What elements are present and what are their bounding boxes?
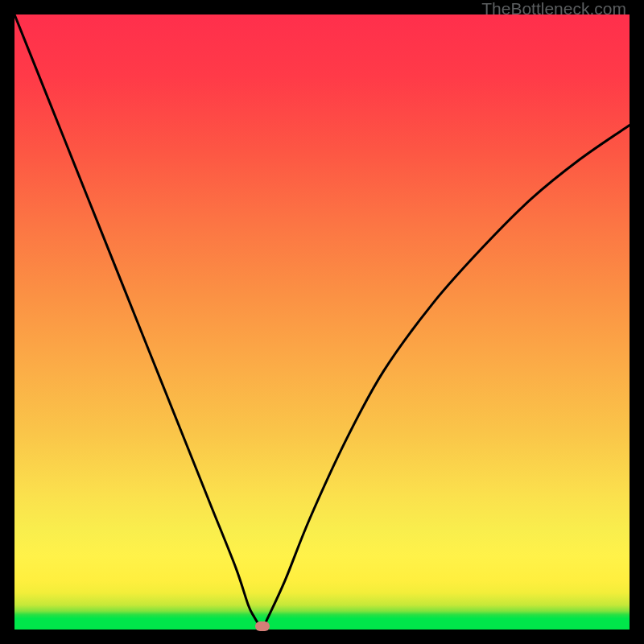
optimal-point-marker	[255, 621, 270, 631]
watermark-text: TheBottleneck.com	[481, 0, 626, 17]
bottleneck-curve	[14, 14, 630, 630]
chart-frame	[14, 14, 630, 630]
